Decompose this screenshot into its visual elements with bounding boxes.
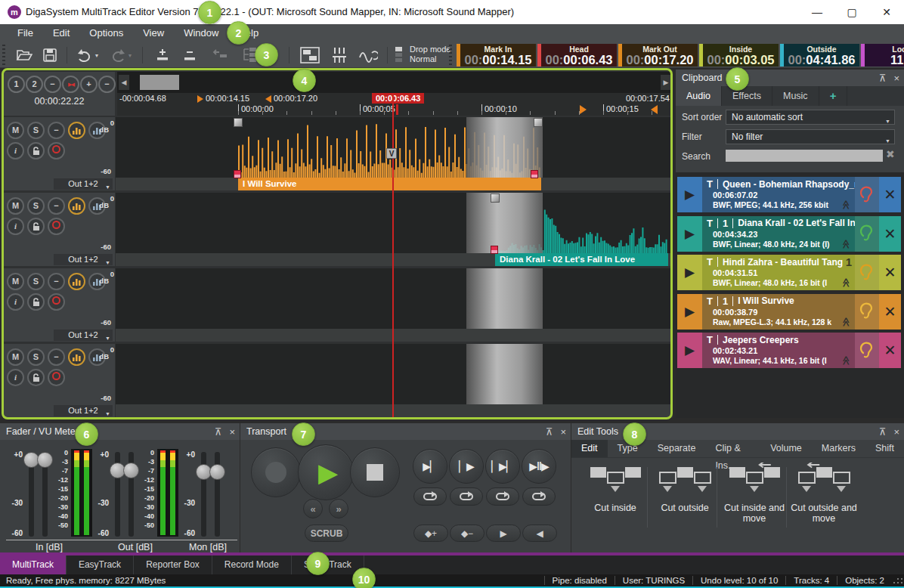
vu-orange-button[interactable] bbox=[68, 273, 85, 290]
prelisten-ear-icon[interactable] bbox=[855, 216, 879, 252]
scrub-button[interactable]: SCRUB bbox=[305, 525, 348, 542]
mute-button[interactable]: M bbox=[7, 197, 24, 215]
track-lines-icon[interactable] bbox=[327, 45, 352, 65]
clipboard-play-icon[interactable]: ▶ bbox=[677, 294, 702, 330]
close-icon[interactable]: × bbox=[229, 426, 235, 438]
prelisten-ear-icon[interactable] bbox=[855, 177, 879, 212]
waveform-icon[interactable] bbox=[355, 45, 381, 65]
clipboard-play-icon[interactable]: ▶ bbox=[677, 333, 702, 368]
track-wave-area[interactable] bbox=[116, 344, 673, 404]
edit-tool-cut-inside[interactable]: Cut inside bbox=[582, 463, 649, 538]
skip-button[interactable]: ▶‖▶ bbox=[522, 449, 556, 484]
edit-tools-tab-edit[interactable]: Edit bbox=[571, 440, 608, 457]
zoom-preset-1-button[interactable]: 1 bbox=[8, 76, 25, 93]
clipboard-item[interactable]: ▶THindi Zahra - Beautiful Tang100:04:31.… bbox=[677, 255, 901, 290]
output-select[interactable]: Out 1+2▼ bbox=[54, 405, 113, 416]
resize-grip[interactable] bbox=[892, 576, 902, 585]
mute-button[interactable]: M bbox=[7, 273, 24, 290]
record-arm-button[interactable] bbox=[48, 142, 65, 159]
clipboard-item[interactable]: ▶T1I Will Survive00:00:38.79Raw, MPEG-L.… bbox=[677, 294, 901, 330]
clipboard-item[interactable]: ▶TQueen - Bohemian Rhapsody_mp00:06:07.0… bbox=[677, 177, 901, 212]
sort-order-select[interactable]: No automatic sort▼ bbox=[726, 110, 895, 125]
search-input[interactable] bbox=[726, 150, 883, 162]
move-left-icon[interactable] bbox=[209, 45, 231, 65]
nudge-left-button[interactable]: « bbox=[303, 499, 323, 518]
lock-button[interactable] bbox=[27, 218, 45, 235]
pin-icon[interactable]: ⊼ bbox=[546, 426, 553, 438]
clip-handle-bottom-right[interactable] bbox=[531, 170, 538, 178]
clipboard-item[interactable]: ▶TJeepers Creepers00:02:43.21WAV, Linear… bbox=[677, 333, 901, 368]
open-icon[interactable] bbox=[14, 45, 35, 65]
record-arm-button[interactable] bbox=[48, 293, 65, 311]
edit-tool-cut-outside[interactable]: Cut outside bbox=[652, 463, 718, 538]
lock-button[interactable] bbox=[27, 369, 45, 386]
edit-tools-tab-markers[interactable]: Markers bbox=[812, 440, 865, 457]
pin-icon[interactable]: ⊼ bbox=[215, 426, 222, 438]
playhead-line[interactable] bbox=[392, 93, 394, 418]
pin-icon[interactable]: ⊼ bbox=[879, 73, 887, 84]
expand-chevron-icon[interactable]: ≫ bbox=[841, 200, 851, 210]
toolbar-grip[interactable] bbox=[449, 45, 452, 66]
record-arm-button[interactable] bbox=[48, 218, 65, 235]
fader-knob[interactable] bbox=[209, 464, 225, 480]
play-button[interactable]: ▶ bbox=[298, 444, 354, 500]
zoom-to-marks-icon[interactable]: ▶◀ bbox=[62, 76, 79, 93]
edit-tools-tab-shift[interactable]: Shift bbox=[865, 440, 904, 457]
loop-button[interactable] bbox=[486, 487, 519, 506]
loop-button[interactable] bbox=[450, 487, 483, 506]
clip-handle-bottom-left[interactable] bbox=[491, 246, 498, 254]
clipboard-play-icon[interactable]: ▶ bbox=[677, 177, 702, 212]
maximize-button[interactable]: ▢ bbox=[834, 0, 869, 24]
info-button[interactable]: i bbox=[7, 142, 24, 159]
solo-button[interactable]: S bbox=[27, 197, 45, 215]
search-clear-icon[interactable]: ✖ bbox=[886, 148, 896, 160]
expand-chevron-icon[interactable]: ≫ bbox=[841, 356, 851, 366]
solo-button[interactable]: S bbox=[27, 273, 45, 290]
remove-item-icon[interactable]: ✕ bbox=[879, 177, 901, 212]
menu-item-view[interactable]: View bbox=[133, 24, 174, 42]
clipboard-item[interactable]: ▶T1Diana Krall - 02 Let's Fall In Lo00:0… bbox=[677, 216, 901, 252]
mode-tab-record-mode[interactable]: Record Mode bbox=[212, 556, 292, 574]
clip-label[interactable]: Diana Krall - 02 Let's Fall In Love bbox=[495, 253, 668, 266]
track-wave-area[interactable] bbox=[116, 117, 673, 178]
save-icon[interactable] bbox=[39, 45, 60, 65]
collapse-button[interactable]: − bbox=[48, 197, 65, 215]
clipboard-tab-effects[interactable]: Effects bbox=[722, 86, 772, 106]
time-display-head[interactable]: Head00:00:06.43 bbox=[537, 44, 617, 67]
stop-button[interactable] bbox=[350, 447, 400, 497]
clip-label[interactable]: I Will Survive bbox=[238, 178, 541, 190]
fader-knob[interactable] bbox=[123, 463, 139, 478]
close-button[interactable]: ✕ bbox=[869, 0, 904, 24]
menu-item-options[interactable]: Options bbox=[79, 24, 133, 42]
skip-button[interactable]: ▶▏ bbox=[413, 449, 447, 484]
zoom-out-button[interactable]: − bbox=[98, 76, 116, 93]
scroll-right-icon[interactable]: ▶ bbox=[661, 75, 671, 90]
expand-chevron-icon[interactable]: ≫ bbox=[841, 317, 851, 327]
output-select[interactable]: Out 1+2▼ bbox=[54, 330, 113, 341]
timeline-ruler[interactable]: -00:00:04.68 00:00:14.15 00:00:17.20 00:… bbox=[117, 93, 673, 116]
zoom-minus-button[interactable]: − bbox=[44, 76, 61, 93]
info-button[interactable]: i bbox=[7, 293, 24, 311]
prelisten-ear-icon[interactable] bbox=[855, 255, 879, 290]
transport-pill-button[interactable]: ◆+ bbox=[413, 525, 448, 542]
toolbar-grip[interactable] bbox=[2, 45, 5, 66]
prelisten-ear-icon[interactable] bbox=[855, 294, 879, 330]
remove-track-icon[interactable] bbox=[178, 45, 201, 65]
zoom-in-button[interactable]: + bbox=[80, 76, 98, 93]
fader-knob[interactable] bbox=[37, 452, 53, 468]
clipboard-tab-add[interactable]: + bbox=[819, 86, 848, 106]
pin-icon[interactable]: ⊼ bbox=[879, 426, 887, 438]
lock-button[interactable] bbox=[27, 142, 45, 159]
zoom-preset-2-button[interactable]: 2 bbox=[26, 76, 43, 93]
clip-handle-bottom-left[interactable] bbox=[234, 170, 241, 178]
object-layout-icon[interactable] bbox=[296, 45, 324, 65]
vu-orange-button[interactable] bbox=[68, 197, 85, 215]
vu-orange-button[interactable] bbox=[68, 348, 85, 366]
transport-pill-button[interactable]: ▶ bbox=[486, 525, 521, 542]
vu-orange-button[interactable] bbox=[68, 122, 85, 139]
mode-tab-reporter-box[interactable]: Reporter Box bbox=[134, 556, 212, 574]
loop-button[interactable] bbox=[522, 487, 556, 506]
skip-button[interactable]: ▏▶▏ bbox=[485, 449, 520, 484]
scrollbar-thumb[interactable] bbox=[140, 75, 179, 90]
prelisten-ear-icon[interactable] bbox=[855, 333, 879, 368]
